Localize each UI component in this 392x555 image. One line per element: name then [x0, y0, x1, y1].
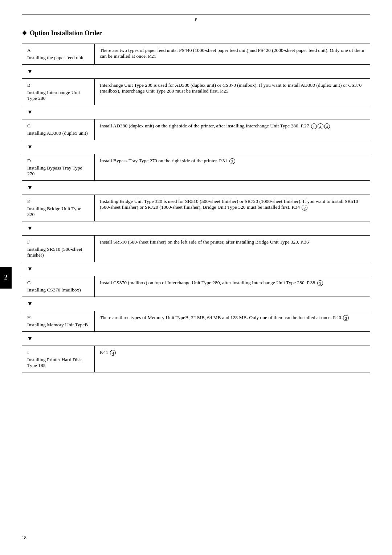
row-label: Installing SR510 (500-sheet finisher): [27, 246, 82, 258]
arrow-row: ▼: [22, 105, 370, 119]
left-cell: GInstalling CS370 (mailbox): [22, 276, 95, 297]
arrow-cell-right: [95, 221, 370, 236]
row-label: Installing Bypass Tray Type 270: [27, 165, 82, 176]
right-cell: Install CS370 (mailbox) on top of Interc…: [95, 276, 370, 297]
right-cell: There are three types of Memory Unit Typ…: [95, 311, 370, 332]
row-letter: C: [27, 123, 89, 129]
right-cell: There are two types of paper feed units:…: [95, 44, 370, 65]
left-cell: IInstalling Printer Hard Disk Type 185: [22, 346, 95, 372]
table-row: BInstalling Interchange Unit Type 280Int…: [22, 79, 370, 105]
diamond-icon: ❖: [22, 30, 27, 37]
table-row: IInstalling Printer Hard Disk Type 185P.…: [22, 346, 370, 372]
table-row: DInstalling Bypass Tray Type 270Install …: [22, 154, 370, 181]
table-row: FInstalling SR510 (500-sheet finisher)In…: [22, 236, 370, 262]
arrow-cell: ▼: [22, 297, 95, 311]
left-cell: EInstalling Bridge Unit Type 320: [22, 195, 95, 221]
arrow-cell: ▼: [22, 140, 95, 154]
row-letter: H: [27, 315, 89, 321]
circle-ref: 1: [311, 123, 317, 129]
circle-ref: 3: [317, 280, 323, 286]
table-row: EInstalling Bridge Unit Type 320Installi…: [22, 195, 370, 221]
row-letter: I: [27, 350, 89, 355]
table-row: GInstalling CS370 (mailbox)Install CS370…: [22, 276, 370, 297]
row-label: Installing CS370 (mailbox): [27, 287, 81, 293]
table-row: AInstalling the paper feed unitThere are…: [22, 44, 370, 65]
row-label: Installing Bridge Unit Type 320: [27, 206, 81, 217]
arrow-cell: ▼: [22, 65, 95, 79]
right-cell: Install Bypass Tray Type 270 on the righ…: [95, 154, 370, 181]
left-cell: AInstalling the paper feed unit: [22, 44, 95, 65]
circle-ref: 2: [343, 315, 349, 321]
circle-ref: 2: [302, 205, 307, 211]
left-cell: CInstalling AD380 (duplex unit): [22, 119, 95, 140]
row-letter: B: [27, 82, 89, 88]
table-row: HInstalling Memory Unit TypeBThere are t…: [22, 311, 370, 332]
row-label: Installing Interchange Unit Type 280: [27, 90, 80, 101]
right-cell: Installing Bridge Unit Type 320 is used …: [95, 195, 370, 221]
row-letter: D: [27, 158, 89, 164]
arrow-cell-right: [95, 262, 370, 276]
circle-ref: 4: [318, 123, 323, 129]
main-table: AInstalling the paper feed unitThere are…: [22, 44, 370, 372]
row-letter: G: [27, 280, 89, 286]
row-label: Installing Printer Hard Disk Type 185: [27, 357, 82, 368]
arrow-cell-right: [95, 297, 370, 311]
arrow-cell-right: [95, 105, 370, 119]
left-cell: HInstalling Memory Unit TypeB: [22, 311, 95, 332]
circle-ref: 4: [324, 123, 330, 129]
arrow-row: ▼: [22, 332, 370, 346]
arrow-cell: ▼: [22, 105, 95, 119]
arrow-row: ▼: [22, 65, 370, 79]
right-cell: Install SR510 (500-sheet finisher) on th…: [95, 236, 370, 262]
arrow-row: ▼: [22, 262, 370, 276]
table-row: CInstalling AD380 (duplex unit)Install A…: [22, 119, 370, 140]
circle-ref: 2: [229, 158, 235, 164]
arrow-row: ▼: [22, 297, 370, 311]
arrow-cell: ▼: [22, 332, 95, 346]
right-cell: Interchange Unit Type 280 is used for AD…: [95, 79, 370, 105]
arrow-cell: ▼: [22, 221, 95, 236]
section-title: ❖ Option Installation Order: [22, 29, 370, 37]
top-rule: [22, 15, 370, 15]
chapter-tab: 2: [0, 267, 12, 289]
arrow-cell-right: [95, 332, 370, 346]
chapter-number: 2: [4, 274, 8, 281]
left-cell: BInstalling Interchange Unit Type 280: [22, 79, 95, 105]
arrow-row: ▼: [22, 221, 370, 236]
row-letter: A: [27, 48, 89, 53]
circle-ref: 4: [110, 350, 116, 356]
row-label: Installing Memory Unit TypeB: [27, 322, 88, 327]
arrow-cell: ▼: [22, 181, 95, 195]
arrow-row: ▼: [22, 140, 370, 154]
arrow-cell-right: [95, 181, 370, 195]
right-cell: P.41 4: [95, 346, 370, 372]
left-cell: DInstalling Bypass Tray Type 270: [22, 154, 95, 181]
page-number: 18: [22, 535, 26, 540]
arrow-cell: ▼: [22, 262, 95, 276]
arrow-row: ▼: [22, 181, 370, 195]
left-cell: FInstalling SR510 (500-sheet finisher): [22, 236, 95, 262]
arrow-cell-right: [95, 140, 370, 154]
section-title-text: Option Installation Order: [30, 29, 102, 37]
row-label: Installing AD380 (duplex unit): [27, 130, 88, 136]
right-cell: Install AD380 (duplex unit) on the right…: [95, 119, 370, 140]
top-page-letter: P: [22, 16, 370, 22]
row-label: Installing the paper feed unit: [27, 55, 83, 60]
row-letter: F: [27, 239, 89, 245]
page-container: 2 P ❖ Option Installation Order AInstall…: [0, 0, 392, 555]
arrow-cell-right: [95, 65, 370, 79]
row-letter: E: [27, 199, 89, 204]
